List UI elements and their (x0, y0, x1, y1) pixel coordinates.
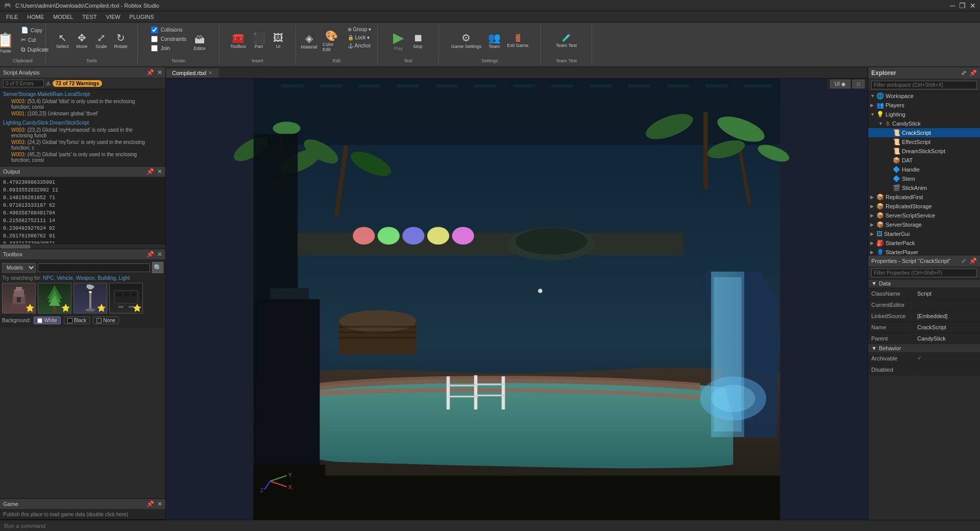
terrain-editor-button[interactable]: 🏔 Editor (190, 33, 209, 53)
close-icon[interactable]: ✕ (157, 69, 162, 76)
viewport-tab-compiled[interactable]: Compiled.rbxl ✕ (166, 68, 219, 78)
toolbox-pin-icon[interactable]: 📌 (146, 251, 154, 258)
bg-none-btn[interactable]: None (93, 317, 119, 324)
scale-button[interactable]: ⤢ Scale (92, 31, 110, 51)
sa-error-input[interactable] (3, 80, 44, 87)
tree-players[interactable]: ▶ 👥 Players (868, 101, 980, 110)
toolbox-type-select[interactable]: Models Meshes Images Audio (2, 263, 36, 273)
thumb-tree[interactable]: ⭐ (38, 283, 71, 313)
game-pin-icon[interactable]: 📌 (146, 500, 154, 508)
sa-script-3[interactable]: Workspace.Door.Script (0, 165, 165, 166)
menu-plugins[interactable]: PLUGINS (126, 13, 158, 21)
paste-button[interactable]: 📋 Paste (0, 32, 17, 55)
group-btn[interactable]: ⊕ Group ▾ (345, 26, 374, 33)
toolbox-button[interactable]: 🧰 Toolbox (228, 31, 249, 51)
game-message[interactable]: Publish this place to load game data (do… (3, 512, 162, 517)
output-hscrollbar[interactable] (0, 244, 165, 249)
suggestion-vehicle[interactable]: Vehicle (57, 275, 73, 281)
menu-test[interactable]: TEST (78, 13, 101, 21)
collisions-check[interactable] (151, 27, 158, 33)
explorer-search-input[interactable] (871, 81, 977, 89)
explorer-controls[interactable]: ⤢ 📌 (961, 69, 977, 77)
tree-workspace[interactable]: ▼ 🌐 Workspace (868, 91, 980, 101)
menu-view[interactable]: VIEW (102, 13, 124, 21)
tree-starterplayer[interactable]: ▶ 👤 StarterPlayer (868, 248, 980, 255)
properties-controls[interactable]: ⤢ 📌 (961, 257, 977, 264)
collisions-button[interactable]: Collisions (148, 26, 190, 34)
ui-toggle-button[interactable]: UI ◉ (830, 80, 850, 88)
thumb-tower[interactable]: ⭐ (2, 283, 36, 313)
tree-serverscriptservice[interactable]: ▶ 📦 ServerScriptService (868, 211, 980, 220)
anchor-btn[interactable]: ⚓ Anchor (345, 42, 374, 50)
scene-viewport[interactable]: Y X Z (166, 79, 868, 520)
props-pin-icon[interactable]: 📌 (969, 257, 977, 264)
tree-crackscript[interactable]: 📜 CrackScript (868, 128, 980, 137)
menu-model[interactable]: MODEL (49, 13, 77, 21)
tree-handle[interactable]: 🔷 Handle (868, 165, 980, 174)
game-close-icon[interactable]: ✕ (157, 500, 162, 508)
sa-warn-link-2-2[interactable]: W003 (11, 139, 24, 145)
tree-replicatedstorage[interactable]: ▶ 📦 ReplicatedStorage (868, 202, 980, 211)
sa-warn-link-1-2[interactable]: W001 (11, 111, 24, 116)
tree-effectscript[interactable]: 📜 EffectScript (868, 137, 980, 147)
script-analysis-controls[interactable]: 📌 ✕ (146, 69, 162, 76)
tree-stem[interactable]: 🔷 Stem (868, 174, 980, 183)
suggestion-weapon[interactable]: Weapon (76, 275, 95, 281)
join-check[interactable] (151, 45, 158, 52)
toolbox-controls[interactable]: 📌 ✕ (146, 251, 162, 258)
suggestion-light[interactable]: Light (119, 275, 130, 281)
menu-file[interactable]: FILE (2, 13, 22, 21)
explorer-pin-icon[interactable]: 📌 (969, 69, 977, 77)
suggestion-npc[interactable]: NPC (43, 275, 54, 281)
camera-toggle-button[interactable]: □ (852, 80, 865, 88)
ui-button[interactable]: 🖼 UI (269, 31, 287, 51)
move-button[interactable]: ✥ Move (72, 31, 91, 51)
tree-replicatedfirst[interactable]: ▶ 📦 ReplicatedFirst (868, 192, 980, 202)
tree-serverstorage[interactable]: ▶ 📦 ServerStorage (868, 220, 980, 229)
minimize-btn[interactable]: ─ (950, 2, 955, 10)
tree-startergui[interactable]: ▶ 🖼 StarterGui (868, 229, 980, 238)
toolbox-search-button[interactable]: 🔍 (152, 262, 163, 273)
sa-warn-link-1-1[interactable]: W003 (11, 99, 24, 104)
exit-game-button[interactable]: 🚪 Exit Game (504, 32, 531, 50)
tree-starterpack[interactable]: ▶ 🎒 StarterPack (868, 238, 980, 248)
bg-white-btn[interactable]: White (34, 317, 61, 324)
run-command-input[interactable] (4, 523, 106, 529)
toolbox-search-input[interactable] (38, 263, 150, 272)
tree-candystick[interactable]: ▼ 🕯 CandyStick (868, 119, 980, 128)
pin-icon[interactable]: 📌 (146, 69, 154, 76)
stop-button[interactable]: ⏹ Stop (409, 31, 427, 51)
output-hscrollbar-thumb[interactable] (0, 245, 31, 249)
tree-dreamstickscript[interactable]: 📜 DreamStickScript (868, 147, 980, 156)
constraints-button[interactable]: Constraints (148, 35, 190, 43)
restore-btn[interactable]: ❐ (959, 2, 966, 10)
lock-btn[interactable]: 🔒 Lock ▾ (345, 34, 374, 41)
sa-script-2[interactable]: Lighting.CandyStick.DreamStickScript (0, 119, 165, 127)
material-button[interactable]: ◈ Material (299, 32, 319, 51)
game-settings-button[interactable]: ⚙ Game Settings (449, 31, 484, 51)
team-button[interactable]: 👥 Team (485, 31, 503, 51)
color-edit-button[interactable]: 🎨 Color Edit (320, 29, 344, 54)
play-button[interactable]: ▶ Play (389, 29, 408, 53)
game-controls[interactable]: 📌 ✕ (146, 500, 162, 508)
join-button[interactable]: Join (148, 44, 190, 53)
select-button[interactable]: ↖ Select (53, 31, 71, 51)
thumb-dark[interactable]: ⭐ (109, 283, 143, 313)
bg-black-btn[interactable]: Black (64, 317, 90, 324)
team-test-button[interactable]: 🧪 Team Test (553, 32, 579, 50)
explorer-expand-icon[interactable]: ⤢ (961, 69, 966, 77)
part-button[interactable]: ⬛ Part (250, 31, 268, 51)
game-content[interactable]: Publish this place to load game data (do… (0, 510, 165, 519)
toolbox-close-icon[interactable]: ✕ (157, 251, 162, 258)
tree-stickanim[interactable]: 🎬 StickAnim (868, 183, 980, 192)
props-expand-icon[interactable]: ⤢ (961, 257, 966, 264)
sa-warn-link-2-3[interactable]: W003 (11, 152, 24, 157)
output-pin-icon[interactable]: 📌 (146, 168, 154, 175)
props-behavior-section[interactable]: ▼ Behavior (868, 344, 980, 353)
props-data-section[interactable]: ▼ Data (868, 279, 980, 288)
sa-warn-link-2-1[interactable]: W003 (11, 127, 24, 133)
thumb-lamp[interactable]: ⭐ (74, 283, 107, 313)
properties-search-input[interactable] (871, 269, 977, 277)
window-controls[interactable]: ─ ❐ ✕ (950, 2, 976, 10)
tab-close-icon[interactable]: ✕ (208, 70, 212, 76)
